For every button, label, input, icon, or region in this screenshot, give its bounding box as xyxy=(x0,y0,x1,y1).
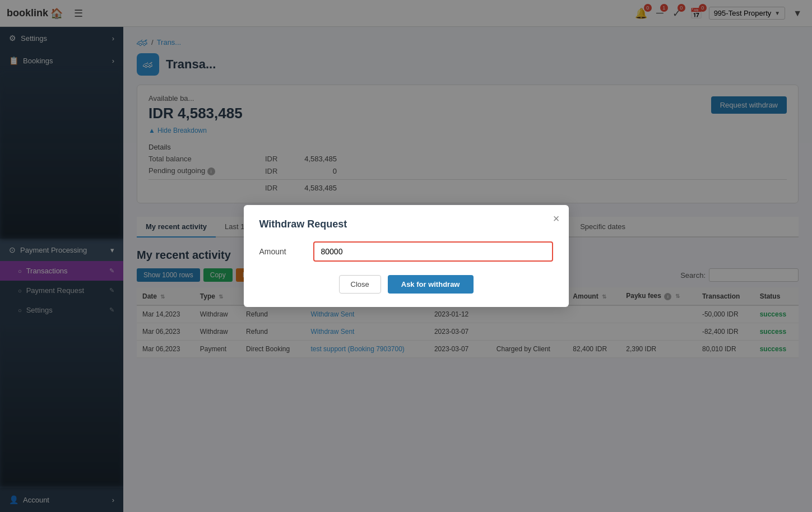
modal-cancel-button[interactable]: Close xyxy=(339,275,381,294)
modal-close-x-button[interactable]: × xyxy=(553,213,560,224)
modal-box: Withdraw Request × Amount Close Ask for … xyxy=(244,205,569,307)
modal-amount-input[interactable] xyxy=(313,241,553,262)
modal-form-row: Amount xyxy=(259,241,553,262)
modal-title: Withdraw Request xyxy=(259,218,553,230)
modal-submit-button[interactable]: Ask for withdraw xyxy=(388,275,474,294)
modal-actions: Close Ask for withdraw xyxy=(259,275,553,294)
modal-overlay: Withdraw Request × Amount Close Ask for … xyxy=(0,0,812,512)
modal-amount-label: Amount xyxy=(259,247,304,256)
